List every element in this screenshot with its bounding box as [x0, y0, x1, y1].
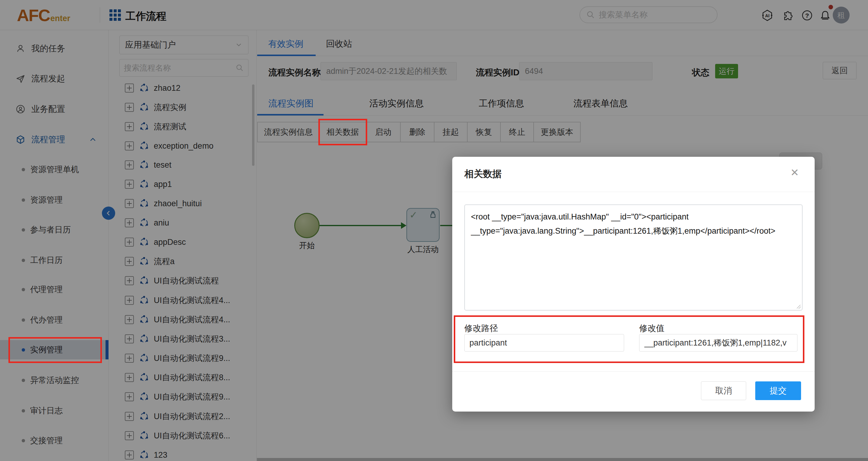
- close-icon[interactable]: ✕: [790, 166, 799, 179]
- submit-button[interactable]: 提交: [755, 381, 801, 400]
- modify-path-label: 修改路径: [464, 322, 498, 334]
- modify-value-label: 修改值: [639, 322, 664, 334]
- modal-footer-divider: [452, 371, 815, 372]
- modal-title: 相关数据: [464, 167, 502, 180]
- modify-path-input[interactable]: [464, 334, 624, 351]
- modify-value-input[interactable]: [639, 334, 798, 351]
- related-data-modal: 相关数据 ✕ <root __type="java:java.util.Hash…: [452, 157, 815, 411]
- cancel-button[interactable]: 取消: [701, 381, 746, 400]
- related-data-xml-textarea[interactable]: <root __type="java:java.util.HashMap" __…: [464, 205, 803, 311]
- modal-header-divider: [452, 192, 815, 192]
- app-root: AFC enter 工作流程 AI ?: [0, 0, 868, 461]
- resize-grip-icon[interactable]: [796, 304, 801, 309]
